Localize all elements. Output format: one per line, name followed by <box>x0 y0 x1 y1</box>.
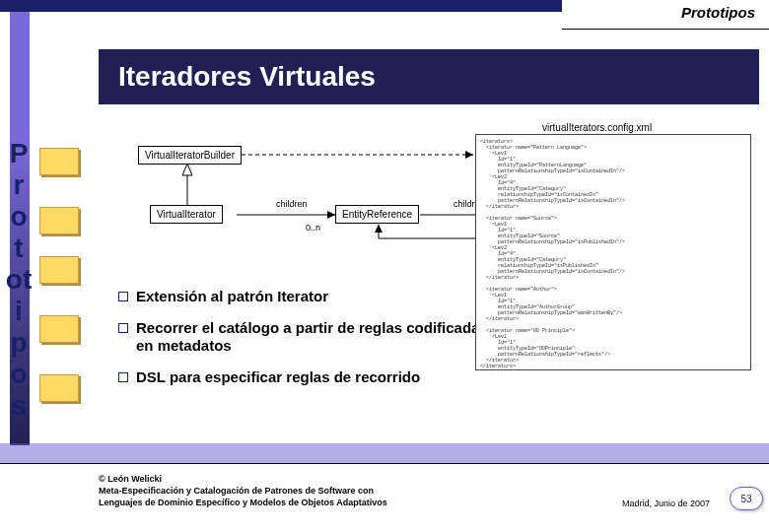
footer-line2: Meta-Especificación y Catalogación de Pa… <box>99 485 387 497</box>
bullet-item: DSL para especificar reglas de recorrido <box>118 368 493 386</box>
bullet-icon <box>118 323 128 333</box>
footer-venue: Madrid, Junio de 2007 <box>622 499 710 508</box>
xml-code-frame: <iterators> <iterator name="Pattern Lang… <box>475 134 751 370</box>
bullet-icon <box>118 292 128 301</box>
uml-virtualiteratorbuilder: VirtualIteratorBuilder <box>138 146 242 165</box>
bullet-item: Recorrer el catálogo a partir de reglas … <box>118 319 493 355</box>
footer-separator <box>0 463 769 464</box>
side-tab <box>39 374 79 402</box>
footer-copyright: © León Welicki <box>99 473 387 485</box>
footer-band <box>0 443 769 463</box>
footer-left: © León Welicki Meta-Especificación y Cat… <box>99 473 387 508</box>
side-tab <box>39 207 79 234</box>
xml-filename: virtualIterators.config.xml <box>542 122 652 133</box>
label-children: children <box>276 199 308 209</box>
svg-marker-1 <box>182 164 192 175</box>
bullet-text: Extensión al patrón Iterator <box>136 288 328 305</box>
side-tab <box>39 148 79 175</box>
bullet-item: Extensión al patrón Iterator <box>118 288 493 305</box>
bullet-list: Extensión al patrón Iterator Recorrer el… <box>118 288 493 400</box>
topbar-dark <box>0 0 562 12</box>
uml-virtualiterator: VirtualIterator <box>150 205 223 224</box>
page-number-badge: 53 <box>730 487 763 510</box>
side-tab <box>39 256 79 284</box>
bullet-icon <box>118 372 128 382</box>
page-title: Iteradores Virtuales <box>99 49 759 104</box>
bullet-text: Recorrer el catálogo a partir de reglas … <box>136 319 493 355</box>
left-gradient-strip <box>10 12 30 445</box>
footer-line3: Lenguajes de Dominio Específico y Modelo… <box>99 497 387 508</box>
xml-code: <iterators> <iterator name="Pattern Lang… <box>480 139 746 369</box>
label-cardinality: 0..n <box>306 223 320 233</box>
bullet-text: DSL para especificar reglas de recorrido <box>136 368 420 386</box>
uml-entityreference: EntityReference <box>335 205 419 224</box>
side-tab <box>39 315 79 343</box>
section-label: Prototipos <box>681 4 755 21</box>
